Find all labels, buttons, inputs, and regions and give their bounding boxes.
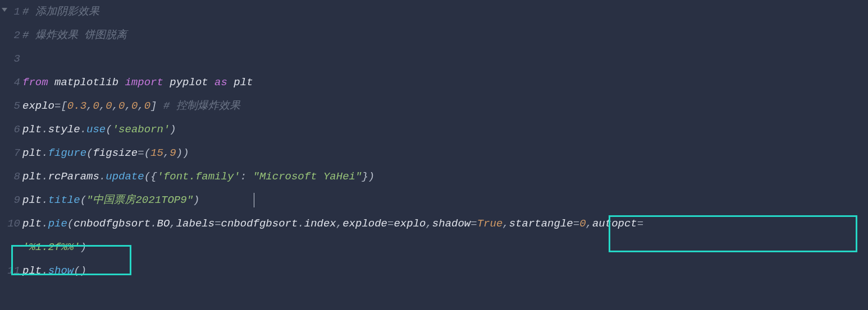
- code-line[interactable]: [22, 47, 868, 71]
- number: 0: [118, 100, 125, 112]
- code-line[interactable]: # 添加阴影效果: [22, 0, 868, 24]
- code-line[interactable]: plt.figure(figsize=(15,9)): [22, 141, 868, 165]
- line-number: 3: [0, 47, 20, 71]
- line-number: 1: [0, 0, 20, 24]
- line-number: 10: [0, 212, 20, 235]
- keyword-import: import: [125, 76, 163, 89]
- module-name: matplotlib: [54, 76, 118, 89]
- line-number-gutter: 1 2 3 4 5 6 7 8 9 10 11: [0, 0, 22, 310]
- number: 0: [106, 100, 112, 112]
- alias-name: plt: [234, 76, 253, 89]
- string: 'font.family': [157, 170, 240, 183]
- fold-triangle-icon[interactable]: [2, 8, 7, 12]
- func-call: show: [48, 265, 74, 277]
- number: 0: [93, 100, 99, 112]
- code-line[interactable]: from matplotlib import pyplot as plt: [22, 71, 868, 94]
- comment-text: 添加阴影效果: [35, 6, 99, 18]
- kwarg: startangle: [509, 218, 573, 230]
- text-cursor: [254, 193, 254, 207]
- code-line[interactable]: plt.show(): [22, 259, 868, 283]
- func-call: pie: [48, 218, 67, 230]
- string: "中国票房2021TOP9": [86, 194, 193, 206]
- number: 0.3: [67, 100, 86, 112]
- submodule-name: pyplot: [170, 76, 208, 89]
- string: 'seaborn': [112, 123, 170, 136]
- keyword-as: as: [214, 76, 227, 89]
- kwarg: figsize: [93, 147, 138, 159]
- line-number: 9: [0, 188, 20, 212]
- comment-hash: #: [22, 6, 29, 18]
- func-call: title: [48, 194, 80, 206]
- kwarg: labels: [176, 218, 214, 230]
- number: 0: [131, 100, 138, 112]
- kwarg: autopct: [592, 218, 637, 230]
- func-call: update: [106, 170, 144, 183]
- func-call: use: [86, 123, 106, 136]
- keyword-from: from: [22, 76, 48, 89]
- comment-text: 爆炸效果 饼图脱离: [35, 29, 127, 41]
- code-line-wrap[interactable]: '%1.2f%%'): [22, 235, 868, 259]
- var-name: explo: [22, 100, 54, 112]
- comment-text: # 控制爆炸效果: [163, 100, 240, 112]
- string: "Microsoft YaHei": [253, 170, 362, 183]
- code-line[interactable]: # 爆炸效果 饼图脱离: [22, 24, 868, 47]
- code-line[interactable]: plt.pie(cnbodfgbsort.BO,labels=cnbodfgbs…: [22, 212, 868, 235]
- code-editor[interactable]: 1 2 3 4 5 6 7 8 9 10 11 # 添加阴影效果 # 爆炸效果 …: [0, 0, 868, 310]
- code-line[interactable]: plt.style.use('seaborn'): [22, 118, 868, 141]
- line-number: 2: [0, 24, 20, 47]
- code-line[interactable]: plt.rcParams.update({'font.family': "Mic…: [22, 165, 868, 188]
- kwarg: explode: [342, 218, 387, 230]
- comment-hash: #: [22, 29, 29, 41]
- line-number: 8: [0, 165, 20, 188]
- number: 0: [579, 218, 586, 230]
- line-number: 5: [0, 94, 20, 118]
- line-number: 6: [0, 118, 20, 141]
- func-call: figure: [48, 147, 86, 159]
- bool-true: True: [477, 218, 503, 230]
- code-line[interactable]: plt.title("中国票房2021TOP9"): [22, 188, 868, 212]
- code-area[interactable]: # 添加阴影效果 # 爆炸效果 饼图脱离 from matplotlib imp…: [22, 0, 868, 283]
- line-number: 4: [0, 71, 20, 94]
- code-line[interactable]: explo=[0.3,0,0,0,0,0] # 控制爆炸效果: [22, 94, 868, 118]
- line-number: 7: [0, 141, 20, 165]
- number: 15: [150, 147, 163, 159]
- number: 0: [144, 100, 150, 112]
- line-number: 11: [0, 259, 20, 283]
- string: '%1.2f%%': [22, 241, 80, 253]
- kwarg: shadow: [432, 218, 470, 230]
- number: 9: [170, 147, 176, 159]
